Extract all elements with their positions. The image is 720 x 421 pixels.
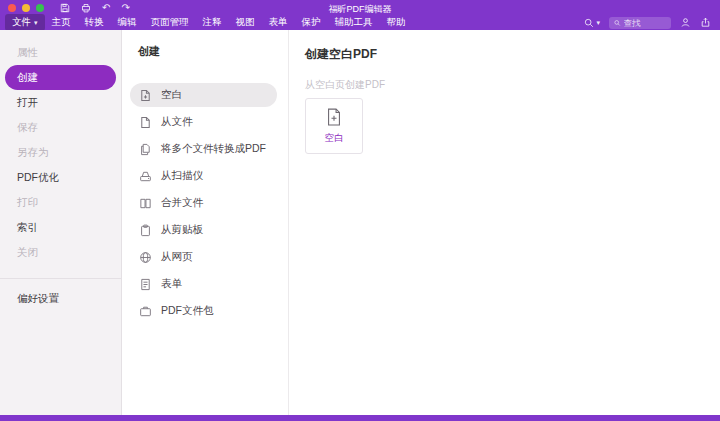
- menu-item-help[interactable]: 帮助: [380, 14, 413, 31]
- create-option-label: 合并文件: [161, 196, 203, 210]
- create-option-label: 表单: [161, 277, 182, 291]
- sidebar-item-close: 关闭: [0, 240, 121, 265]
- create-option-from-scanner[interactable]: 从扫描仪: [130, 164, 277, 188]
- create-panel: 创建 空白 从文件 将多个文件转换成PDF 从扫描仪 合并文件: [122, 30, 289, 415]
- bottom-bar: [0, 415, 720, 421]
- create-options-list: 空白 从文件 将多个文件转换成PDF 从扫描仪 合并文件 从剪贴板: [122, 83, 288, 323]
- account-icon[interactable]: [680, 14, 691, 32]
- menubar: 文件 ▾ 主页 转换 编辑 页面管理 注释 视图 表单 保护 辅助工具 帮助 ▾: [0, 15, 720, 30]
- chevron-down-icon: ▾: [34, 19, 38, 27]
- sidebar: 属性 创建 打开 保存 另存为 PDF优化 打印 索引 关闭 偏好设置: [0, 30, 122, 415]
- detail-title: 创建空白PDF: [305, 46, 720, 63]
- create-option-label: 从文件: [161, 115, 193, 129]
- menu-item-form[interactable]: 表单: [262, 14, 295, 31]
- create-option-pdf-portfolio[interactable]: PDF文件包: [130, 299, 277, 323]
- menu-item-edit[interactable]: 编辑: [111, 14, 144, 31]
- sidebar-item-create[interactable]: 创建: [5, 65, 116, 90]
- sidebar-footer: 偏好设置: [0, 278, 121, 311]
- sidebar-item-save: 保存: [0, 115, 121, 140]
- sidebar-item-open[interactable]: 打开: [0, 90, 121, 115]
- share-icon[interactable]: [700, 14, 711, 32]
- window-title: 福昕PDF编辑器: [329, 3, 392, 16]
- create-option-form[interactable]: 表单: [130, 272, 277, 296]
- form-icon: [139, 278, 152, 291]
- titlebar: ↶ ↷ 福昕PDF编辑器 文件 ▾ 主页 转换 编辑 页面管理 注释 视图 表单…: [0, 0, 720, 30]
- zoom-tool-button[interactable]: ▾: [584, 18, 600, 28]
- create-option-label: PDF文件包: [161, 304, 214, 318]
- search-icon: [614, 19, 621, 27]
- main-area: 属性 创建 打开 保存 另存为 PDF优化 打印 索引 关闭 偏好设置 创建 空…: [0, 30, 720, 415]
- create-option-label: 从扫描仪: [161, 169, 203, 183]
- blank-card-label: 空白: [325, 132, 344, 145]
- menu-item-file[interactable]: 文件 ▾: [5, 14, 45, 31]
- clipboard-icon: [139, 224, 152, 237]
- create-option-multiple-files[interactable]: 将多个文件转换成PDF: [130, 137, 277, 161]
- menu-item-convert[interactable]: 转换: [78, 14, 111, 31]
- detail-subtitle: 从空白页创建PDF: [305, 78, 720, 92]
- menu-item-view[interactable]: 视图: [229, 14, 262, 31]
- sidebar-item-save-as: 另存为: [0, 140, 121, 165]
- multi-file-icon: [139, 143, 152, 156]
- merge-files-icon: [139, 197, 152, 210]
- undo-icon[interactable]: ↶: [102, 3, 110, 13]
- create-option-label: 空白: [161, 88, 182, 102]
- menu-item-label: 文件: [12, 16, 31, 29]
- redo-icon[interactable]: ↷: [121, 3, 129, 13]
- menu-item-comment[interactable]: 注释: [196, 14, 229, 31]
- create-option-blank[interactable]: 空白: [130, 83, 277, 107]
- create-option-from-webpage[interactable]: 从网页: [130, 245, 277, 269]
- quick-access-toolbar: ↶ ↷: [60, 3, 130, 13]
- chevron-down-icon: ▾: [596, 19, 600, 27]
- globe-icon: [139, 251, 152, 264]
- minimize-window-button[interactable]: [22, 4, 30, 12]
- zoom-window-button[interactable]: [36, 4, 44, 12]
- sidebar-item-pdf-optimize[interactable]: PDF优化: [0, 165, 121, 190]
- print-icon[interactable]: [81, 3, 91, 13]
- create-option-label: 将多个文件转换成PDF: [161, 142, 266, 156]
- menu-item-organize[interactable]: 页面管理: [144, 14, 196, 31]
- create-option-from-clipboard[interactable]: 从剪贴板: [130, 218, 277, 242]
- search-input[interactable]: [624, 18, 666, 28]
- file-icon: [139, 116, 152, 129]
- blank-doc-plus-icon: [139, 89, 152, 102]
- menubar-right-tools: ▾: [584, 14, 715, 32]
- sidebar-item-preferences[interactable]: 偏好设置: [0, 286, 121, 311]
- menu-item-protect[interactable]: 保护: [295, 14, 328, 31]
- blank-doc-plus-icon: [324, 107, 344, 127]
- create-option-combine-files[interactable]: 合并文件: [130, 191, 277, 215]
- create-option-from-file[interactable]: 从文件: [130, 110, 277, 134]
- sidebar-item-properties: 属性: [0, 40, 121, 65]
- close-window-button[interactable]: [8, 4, 16, 12]
- create-option-label: 从网页: [161, 250, 193, 264]
- blank-pdf-card[interactable]: 空白: [305, 98, 363, 154]
- scanner-icon: [139, 170, 152, 183]
- window-controls: [8, 4, 44, 12]
- menu-item-accessibility[interactable]: 辅助工具: [328, 14, 380, 31]
- package-icon: [139, 305, 152, 318]
- menu-item-home[interactable]: 主页: [45, 14, 78, 31]
- save-icon[interactable]: [60, 3, 70, 13]
- titlebar-row: ↶ ↷ 福昕PDF编辑器: [0, 0, 720, 15]
- magnifier-icon: [584, 18, 594, 28]
- sidebar-item-print: 打印: [0, 190, 121, 215]
- create-option-label: 从剪贴板: [161, 223, 203, 237]
- sidebar-item-index[interactable]: 索引: [0, 215, 121, 240]
- detail-panel: 创建空白PDF 从空白页创建PDF 空白: [289, 30, 720, 415]
- find-box[interactable]: [609, 17, 671, 29]
- create-panel-title: 创建: [122, 44, 288, 59]
